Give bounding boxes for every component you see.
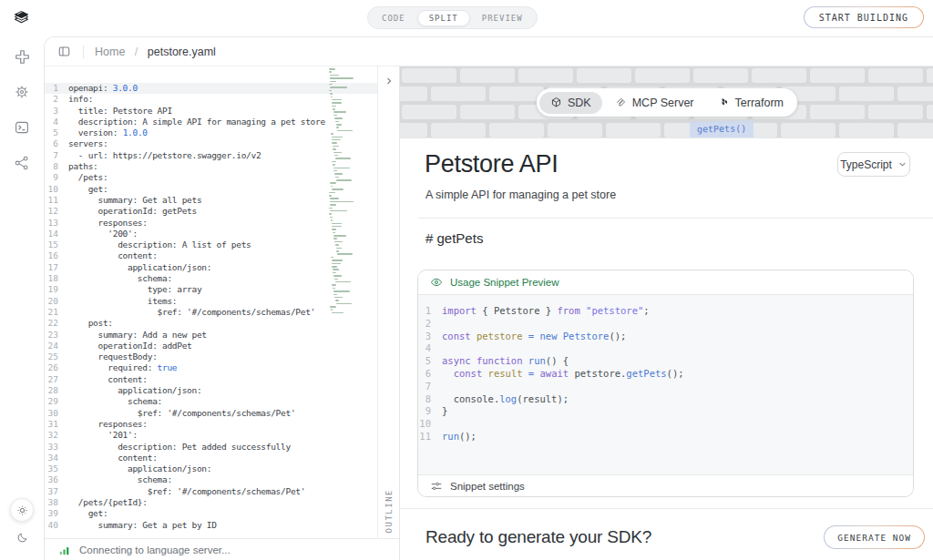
editor-line[interactable]: 15 description: A list of pets xyxy=(45,239,377,250)
preview-pane: getPets() SDK MCP Server xyxy=(399,66,933,560)
moon-icon xyxy=(15,531,29,545)
editor-line[interactable]: 20 items: xyxy=(45,296,377,307)
language-select-value: TypeScript xyxy=(840,158,892,171)
decor-code-chip: getPets() xyxy=(690,120,754,137)
top-bar: CODE SPLIT PREVIEW START BUILDING xyxy=(0,0,933,36)
start-building-button[interactable]: START BUILDING xyxy=(804,6,924,28)
editor-line[interactable]: 29 schema: xyxy=(45,396,377,407)
editor-line[interactable]: 1openapi: 3.0.0 xyxy=(45,83,377,94)
editor-line[interactable]: 4 description: A simple API for managing… xyxy=(45,117,377,127)
tab-sdk[interactable]: SDK xyxy=(539,92,602,114)
language-select[interactable]: TypeScript xyxy=(837,152,910,177)
panel-toggle-button[interactable] xyxy=(54,42,74,62)
editor-line[interactable]: 19 type: array xyxy=(45,284,377,295)
editor-line[interactable]: 23 summary: Add a new pet xyxy=(45,330,377,341)
terminal-icon xyxy=(14,119,30,136)
hero-banner: getPets() SDK MCP Server xyxy=(400,66,933,137)
editor-line[interactable]: 7 - url: https://petstore.swagger.io/v2 xyxy=(45,150,377,161)
add-button[interactable] xyxy=(9,44,35,69)
share-icon xyxy=(14,155,30,171)
editor-line[interactable]: 24 operationId: addPet xyxy=(45,341,377,351)
expand-outline-button[interactable] xyxy=(382,74,396,88)
editor-line[interactable]: 32 '201': xyxy=(45,430,377,441)
editor-line[interactable]: 22 post: xyxy=(45,318,377,329)
share-button[interactable] xyxy=(9,150,35,176)
editor-line[interactable]: 39 get: xyxy=(45,508,377,519)
editor-line[interactable]: 11 summary: Get all pets xyxy=(45,195,377,206)
left-rail xyxy=(0,36,44,560)
editor-line[interactable]: 13 responses: xyxy=(45,218,377,229)
status-text: Connecting to language server... xyxy=(79,545,231,555)
tab-terraform[interactable]: Terraform xyxy=(707,92,795,114)
generate-section: Ready to generate your SDK? GENERATE NOW xyxy=(400,508,933,560)
gear-icon xyxy=(14,84,30,100)
editor-line[interactable]: 10 get: xyxy=(45,184,377,195)
editor-line[interactable]: 17 application/json: xyxy=(45,262,377,273)
editor-line[interactable]: 33 description: Pet added successfully xyxy=(45,442,377,453)
snippet-line: 8 console.log(result); xyxy=(418,393,913,406)
editor-line[interactable]: 18 schema: xyxy=(45,273,377,284)
editor-line[interactable]: 16 content: xyxy=(45,250,377,261)
snippet-line: 10 xyxy=(418,418,913,431)
tab-sdk-label: SDK xyxy=(568,97,591,109)
view-mode-code[interactable]: CODE xyxy=(370,10,417,26)
snippet-line: 2 xyxy=(418,318,913,331)
target-tabs: SDK MCP Server Terraform xyxy=(537,88,797,117)
snippet-settings-label: Snippet settings xyxy=(450,481,525,492)
tab-terraform-label: Terraform xyxy=(735,97,784,109)
breadcrumb-separator: / xyxy=(135,46,138,58)
mcp-icon xyxy=(615,97,627,108)
view-mode-preview[interactable]: PREVIEW xyxy=(470,10,535,26)
chevron-right-icon xyxy=(384,76,395,87)
editor-line[interactable]: 35 application/json: xyxy=(45,463,377,474)
editor-line[interactable]: 31 responses: xyxy=(45,419,377,430)
generate-now-button[interactable]: GENERATE NOW xyxy=(824,525,925,549)
editor-line[interactable]: 14 '200': xyxy=(45,229,377,239)
terminal-button[interactable] xyxy=(9,115,35,140)
editor-line[interactable]: 38 /pets/{petId}: xyxy=(45,497,377,508)
editor-line[interactable]: 36 schema: xyxy=(45,474,377,485)
minimap[interactable] xyxy=(329,68,373,323)
view-mode-split[interactable]: SPLIT xyxy=(417,10,470,26)
snippet-code[interactable]: 1import { Petstore } from "petstore";23c… xyxy=(418,295,913,474)
breadcrumb: Home / petstore.yaml xyxy=(95,46,216,58)
editor-line[interactable]: 6servers: xyxy=(45,138,377,149)
light-theme-button[interactable] xyxy=(10,498,34,522)
editor-line[interactable]: 3 title: Petstore API xyxy=(45,106,377,117)
dark-theme-button[interactable] xyxy=(10,525,34,549)
generate-heading: Ready to generate your SDK? xyxy=(425,527,651,547)
snippet-line: 9} xyxy=(418,405,913,418)
editor-line[interactable]: 28 application/json: xyxy=(45,385,377,396)
editor-lines: 1openapi: 3.0.02info:3 title: Petstore A… xyxy=(45,83,377,531)
cube-icon xyxy=(550,97,562,108)
editor-line[interactable]: 30 $ref: '#/components/schemas/Pet' xyxy=(45,408,377,419)
editor-line[interactable]: 5 version: 1.0.0 xyxy=(45,127,377,138)
editor-line[interactable]: 25 requestBody: xyxy=(45,351,377,362)
divider xyxy=(400,137,933,138)
snippet-header-label: Usage Snippet Preview xyxy=(450,277,559,288)
editor-line[interactable]: 9 /pets: xyxy=(45,172,377,183)
tab-mcp-server[interactable]: MCP Server xyxy=(604,92,705,114)
snippet-settings-button[interactable]: Snippet settings xyxy=(418,474,913,497)
divider xyxy=(418,218,933,219)
editor-line[interactable]: 2info: xyxy=(45,94,377,105)
settings-button[interactable] xyxy=(9,79,35,105)
editor-line[interactable]: 40 summary: Get a pet by ID xyxy=(45,520,377,531)
snippet-line: 7 xyxy=(418,381,913,393)
terraform-icon xyxy=(718,97,730,108)
editor-line[interactable]: 12 operationId: getPets xyxy=(45,206,377,217)
editor-line[interactable]: 21 $ref: '#/components/schemas/Pet' xyxy=(45,307,377,318)
code-editor[interactable]: 1openapi: 3.0.02info:3 title: Petstore A… xyxy=(45,66,377,538)
operation-heading: # getPets xyxy=(425,230,483,246)
editor-line[interactable]: 26 required: true xyxy=(45,362,377,373)
app-logo-icon[interactable] xyxy=(12,8,31,27)
editor-line[interactable]: 27 content: xyxy=(45,374,377,385)
tab-mcp-label: MCP Server xyxy=(632,97,694,109)
snippet-line: 5async function run() { xyxy=(418,355,913,368)
editor-line[interactable]: 37 $ref: '#/components/schemas/Pet' xyxy=(45,486,377,497)
panel-icon xyxy=(57,45,71,58)
sun-icon xyxy=(15,504,29,517)
breadcrumb-home[interactable]: Home xyxy=(95,46,125,58)
editor-line[interactable]: 34 content: xyxy=(45,453,377,463)
editor-line[interactable]: 8paths: xyxy=(45,161,377,172)
